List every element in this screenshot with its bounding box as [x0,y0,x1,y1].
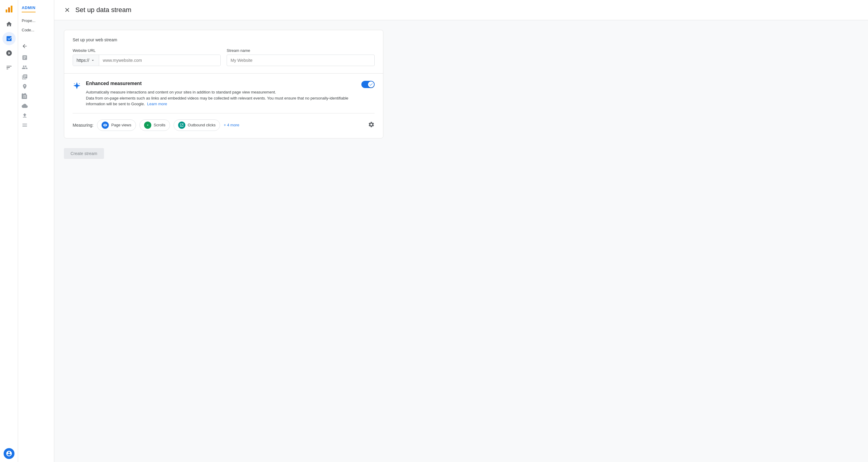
admin-nav: Prope... Code... [18,12,54,38]
outbound-clicks-chip[interactable]: Outbound clicks [174,119,220,131]
enhanced-measurement-section: Enhanced measurement Automatically measu… [64,74,383,138]
measuring-label: Measuring: [73,123,93,127]
enhanced-left: Enhanced measurement Automatically measu… [73,81,356,107]
outbound-clicks-label: Outbound clicks [188,123,216,127]
admin-back-button[interactable] [18,41,54,52]
enhanced-desc-line1: Automatically measure interactions and c… [86,90,276,94]
sidebar [0,0,18,462]
stream-name-input[interactable] [227,55,375,66]
dialog-close-button[interactable] [64,7,70,13]
admin-nav-property[interactable]: Prope... [18,16,54,25]
sparkle-icon [73,81,81,91]
admin-tab-label[interactable]: ADMIN [22,5,36,12]
dialog-title: Set up data stream [75,6,131,14]
svg-rect-2 [10,6,12,12]
dialog-header: Set up data stream [54,0,868,20]
scrolls-icon [144,121,151,129]
admin-icon-3[interactable] [22,72,28,82]
admin-tab: ADMIN [18,0,54,12]
card-divider [73,113,375,113]
stream-name-form-group: Stream name [227,48,375,66]
scrolls-chip[interactable]: Scrolls [140,119,170,131]
create-stream-button[interactable]: Create stream [64,148,104,159]
url-protocol-select[interactable]: https:// [73,55,99,66]
url-label: Website URL [73,48,221,53]
enhanced-info: Enhanced measurement Automatically measu… [86,81,356,107]
svg-rect-1 [8,7,10,12]
admin-icon-7[interactable] [22,111,28,120]
setup-card: Set up your web stream Website URL https… [64,30,383,138]
page-views-chip[interactable]: Page views [97,119,135,131]
url-row: Website URL https:// Stream name [73,48,375,66]
admin-icon-5[interactable] [22,91,28,101]
web-stream-title: Set up your web stream [73,37,375,42]
admin-icon-8[interactable] [22,120,28,130]
measuring-settings-icon[interactable] [368,121,375,129]
enhanced-desc: Automatically measure interactions and c… [86,89,356,107]
admin-nav-code[interactable]: Code... [18,25,54,35]
admin-icon-1[interactable] [22,53,28,62]
page-views-label: Page views [111,123,131,127]
sidebar-item-reports[interactable] [2,32,16,45]
svg-rect-0 [5,9,7,12]
enhanced-header: Enhanced measurement Automatically measu… [73,81,375,107]
sidebar-item-advertising[interactable] [2,61,16,74]
url-text-input[interactable] [99,55,220,66]
measuring-row: Measuring: Page views Scrolls [73,119,375,131]
stream-name-label: Stream name [227,48,375,53]
scrolls-label: Scrolls [154,123,165,127]
enhanced-title: Enhanced measurement [86,81,356,86]
learn-more-link[interactable]: Learn more [147,102,167,106]
dialog-body: Set up your web stream Website URL https… [54,20,868,462]
sidebar-item-home[interactable] [2,18,16,31]
app-logo[interactable] [5,3,13,15]
sidebar-item-explore[interactable] [2,47,16,60]
admin-icons [18,52,54,131]
web-stream-section: Set up your web stream Website URL https… [64,30,383,74]
url-form-group: Website URL https:// [73,48,221,66]
url-input-group: https:// [73,55,221,66]
main-content: Set up data stream Set up your web strea… [54,0,868,462]
sidebar-bottom [4,448,14,459]
more-link[interactable]: + 4 more [224,123,239,127]
outbound-clicks-icon [178,121,185,129]
toggle-thumb [368,81,374,87]
admin-panel: ADMIN Prope... Code... [18,0,54,462]
page-views-icon [101,121,109,129]
admin-icon-4[interactable] [22,82,28,91]
url-protocol-text: https:// [76,58,89,63]
admin-icon-6[interactable] [22,101,28,111]
user-avatar[interactable] [4,448,14,459]
admin-icon-2[interactable] [22,62,28,72]
enhanced-desc-line2: Data from on-page elements such as links… [86,96,348,107]
enhanced-toggle[interactable] [361,81,375,88]
